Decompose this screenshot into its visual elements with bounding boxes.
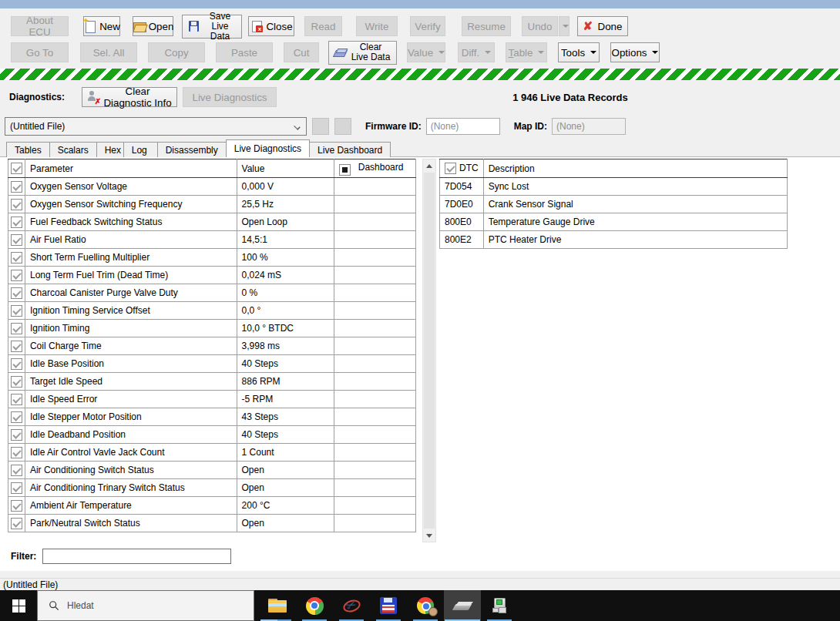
parameter-dashboard-cell[interactable] [334, 391, 416, 408]
file-select-dropdown[interactable]: (Untitled File) [5, 117, 307, 136]
tab-scalars[interactable]: Scalars [49, 142, 97, 157]
parameter-checkbox[interactable] [11, 305, 22, 317]
parameter-checkbox[interactable] [11, 429, 22, 441]
open-button[interactable]: Open [133, 16, 173, 36]
parameter-value-cell: 43 Steps [237, 408, 334, 426]
clear-live-data-button[interactable]: Clear Live Data [328, 41, 397, 65]
tab-label: Live Diagnostics [234, 143, 301, 154]
parameter-dashboard-cell[interactable] [334, 408, 416, 426]
parameter-dashboard-cell[interactable] [334, 213, 416, 231]
taskbar-search[interactable]: Hledat [37, 590, 254, 621]
parameter-dashboard-cell[interactable] [334, 320, 416, 337]
file-nav-button-1[interactable] [312, 118, 329, 135]
vertical-scrollbar[interactable] [422, 159, 436, 542]
parameter-checkbox[interactable] [11, 199, 22, 210]
scroll-up-arrow[interactable] [423, 159, 435, 172]
resume-button: Resume [462, 16, 511, 36]
parameter-row: Park/Neutral Switch Status Open [8, 515, 416, 532]
tab-log[interactable]: Log [123, 142, 158, 157]
parameter-dashboard-cell[interactable] [334, 178, 416, 196]
parameter-checkbox[interactable] [11, 394, 22, 405]
parameter-dashboard-cell[interactable] [334, 302, 416, 320]
verify-button: Verify [410, 16, 445, 36]
live-diagnostics-button: Live Diagnostics [183, 87, 277, 107]
taskbar-device-app[interactable] [481, 590, 518, 621]
taskbar-ecu-app-active[interactable] [444, 590, 481, 621]
parameter-dashboard-cell[interactable] [334, 426, 416, 444]
dashboard-column-header: Dashboard [334, 159, 416, 178]
filter-input[interactable] [42, 549, 231, 564]
parameter-checkbox[interactable] [11, 465, 22, 476]
scrollbar-thumb[interactable] [424, 173, 435, 529]
save-live-data-button[interactable]: Save Live Data [182, 15, 242, 39]
parameter-checkbox[interactable] [11, 358, 22, 370]
parameter-dashboard-cell[interactable] [334, 267, 416, 284]
taskbar-snipping-tool[interactable] [333, 590, 370, 621]
clear-diagnostic-info-button[interactable]: ✗Clear Diagnostic Info [82, 87, 177, 107]
parameter-row: Idle Speed Error -5 RPM [8, 391, 416, 408]
parameter-dashboard-cell[interactable] [334, 497, 416, 515]
parameter-checkbox[interactable] [11, 270, 22, 281]
parameter-dashboard-cell[interactable] [334, 515, 416, 532]
parameter-dashboard-cell[interactable] [334, 355, 416, 373]
parameter-value-cell: 0,000 V [237, 178, 334, 196]
parameter-checkbox[interactable] [11, 234, 22, 246]
taskbar-floppy-app[interactable] [370, 590, 407, 621]
parameter-checkbox[interactable] [11, 500, 22, 512]
button-label: Go To [26, 47, 53, 59]
parameter-checkbox[interactable] [11, 482, 22, 494]
parameter-checkbox[interactable] [11, 447, 22, 458]
firmware-id-field[interactable] [426, 118, 500, 135]
tab-live-diagnostics[interactable]: Live Diagnostics [226, 139, 310, 157]
parameter-checkbox[interactable] [11, 323, 22, 334]
parameter-checkbox[interactable] [11, 376, 22, 388]
button-label: Clear Diagnostic Info [103, 86, 172, 109]
map-id-field[interactable] [552, 118, 626, 135]
options-dropdown[interactable]: Options [610, 42, 660, 62]
taskbar-file-explorer[interactable] [259, 590, 296, 621]
parameter-dashboard-cell[interactable] [334, 196, 416, 213]
parameter-dashboard-cell[interactable] [334, 249, 416, 267]
parameter-dashboard-cell[interactable] [334, 284, 416, 302]
parameter-value-cell: Open Loop [237, 213, 334, 231]
parameter-checkbox[interactable] [11, 287, 22, 299]
parameter-dashboard-cell[interactable] [334, 462, 416, 479]
search-placeholder: Hledat [67, 600, 94, 611]
triangle-up-icon [426, 164, 432, 168]
select-all-checkbox[interactable] [11, 163, 22, 174]
parameter-checkbox[interactable] [11, 252, 22, 264]
tab-live-dashboard[interactable]: Live Dashboard [309, 142, 391, 157]
dtc-select-all-checkbox[interactable] [445, 163, 456, 174]
taskbar-chrome[interactable] [296, 590, 333, 621]
parameter-row: Ignition Timing Service Offset 0,0 ° [8, 302, 416, 320]
parameter-checkbox[interactable] [11, 411, 22, 423]
close-button[interactable]: Close [248, 16, 294, 36]
done-button[interactable]: Done [577, 16, 628, 36]
parameter-dashboard-cell[interactable] [334, 373, 416, 391]
parameter-dashboard-cell[interactable] [334, 479, 416, 497]
scroll-down-arrow[interactable] [423, 529, 435, 542]
parameter-checkbox-cell [8, 320, 25, 337]
live-diagnostics-panel: Parameter Value Dashboard Oxygen Sensor … [0, 156, 840, 571]
parameter-checkbox[interactable] [11, 518, 22, 529]
new-button[interactable]: New [83, 16, 120, 36]
parameter-dashboard-cell[interactable] [334, 444, 416, 462]
button-label: Read [311, 21, 336, 32]
dashboard-all-checkbox[interactable] [339, 164, 351, 176]
filter-label: Filter: [11, 551, 36, 562]
parameter-dashboard-cell[interactable] [334, 231, 416, 249]
tab-tables[interactable]: Tables [6, 142, 50, 157]
parameter-checkbox[interactable] [11, 181, 22, 193]
taskbar-chrome-profile[interactable] [407, 590, 444, 621]
parameter-checkbox[interactable] [11, 217, 22, 228]
chevron-down-icon [590, 51, 596, 54]
parameter-checkbox[interactable] [11, 341, 22, 352]
parameter-row: Air Conditioning Switch Status Open [8, 462, 416, 479]
dtc-description-cell: Crank Sensor Signal [483, 196, 787, 213]
tools-dropdown[interactable]: Tools [558, 42, 600, 62]
tab-hex[interactable]: Hex [96, 142, 124, 157]
tab-disassembly[interactable]: Disassembly [157, 142, 227, 157]
parameter-dashboard-cell[interactable] [334, 337, 416, 355]
file-nav-button-2[interactable] [334, 118, 351, 135]
start-button[interactable] [0, 590, 37, 621]
